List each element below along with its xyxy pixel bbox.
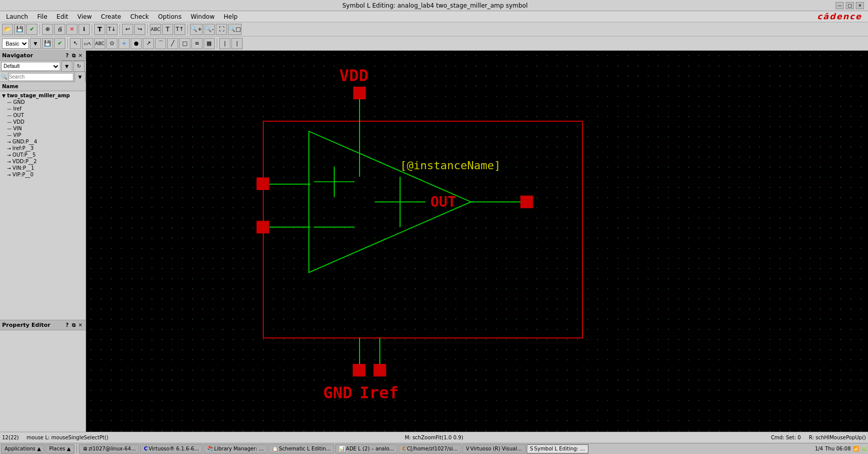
close-button[interactable]: ✕ bbox=[856, 2, 864, 9]
view-select[interactable]: Basic bbox=[2, 39, 29, 49]
tb2-grid-btn[interactable]: ▦ bbox=[204, 38, 215, 49]
search-dropdown-btn[interactable]: ▼ bbox=[74, 71, 86, 83]
task-symbol[interactable]: S Symbol L Editing: ... bbox=[527, 444, 588, 453]
tree-item-vin[interactable]: — VIN bbox=[0, 125, 86, 132]
menu-check[interactable]: Check bbox=[126, 12, 153, 21]
tree-vinp1-label: VIN:P__1 bbox=[13, 165, 34, 171]
tree-item-root[interactable]: ▼ two_stage_miller_amp bbox=[0, 92, 86, 99]
zoom-in-button[interactable]: 🔍+ bbox=[190, 24, 203, 35]
menu-file[interactable]: File bbox=[33, 12, 51, 21]
check-button[interactable]: ✔ bbox=[26, 24, 37, 35]
zoom-area-button[interactable]: 🔍□ bbox=[228, 24, 241, 35]
prop-close-icon[interactable]: ✕ bbox=[77, 322, 84, 329]
nav-dropdown-btn[interactable]: ▼ bbox=[61, 61, 72, 72]
zoom-out-button[interactable]: 🔍- bbox=[204, 24, 215, 35]
places-button[interactable]: Places ▲ bbox=[46, 444, 74, 453]
tb2-cross-btn[interactable]: + bbox=[119, 38, 130, 49]
menu-help[interactable]: Help bbox=[220, 12, 242, 21]
tb2-save-btn[interactable]: 💾 bbox=[42, 38, 53, 49]
nav-refresh-btn[interactable]: ↻ bbox=[73, 61, 85, 72]
page-indicator: 1/4 bbox=[815, 446, 823, 451]
navigator-header: Navigator ? ⧉ ✕ bbox=[0, 51, 86, 61]
text-down-button[interactable]: T↓ bbox=[106, 24, 117, 35]
svg-rect-15 bbox=[257, 178, 269, 190]
abc-button[interactable]: ABC bbox=[150, 24, 161, 35]
label-up-button[interactable]: T↑ bbox=[174, 24, 185, 35]
menu-edit[interactable]: Edit bbox=[53, 12, 72, 21]
menu-options[interactable]: Options bbox=[154, 12, 185, 21]
tree-item-outp5[interactable]: → OUT:P__5 bbox=[0, 152, 86, 158]
svg-rect-16 bbox=[257, 221, 269, 233]
applications-button[interactable]: Applications ▲ bbox=[1, 444, 45, 453]
task-home[interactable]: C C[/home/zl1027/si... bbox=[399, 444, 461, 453]
navigator-default-select[interactable]: Default bbox=[1, 62, 60, 71]
tree-item-vinp1[interactable]: → VIN:P__1 bbox=[0, 165, 86, 171]
task-schematic[interactable]: 📋 Schematic L Editin... bbox=[268, 444, 334, 453]
tb2-extra1-btn[interactable]: | bbox=[219, 38, 230, 49]
tb2-abc-btn[interactable]: ABC bbox=[94, 38, 105, 49]
title-bar: Symbol L Editing: analog_lab4 two_stage_… bbox=[0, 0, 868, 11]
plus-button[interactable]: ⊕ bbox=[42, 24, 53, 35]
text-button[interactable]: T bbox=[94, 24, 105, 35]
select-btn[interactable]: ↖ bbox=[70, 38, 81, 49]
tb2-multiline-btn[interactable]: ≡ bbox=[191, 38, 203, 49]
canvas-area[interactable]: OUT [@instanceName] VDD GND Iref bbox=[86, 51, 868, 432]
select-rect-btn[interactable]: ▭↖ bbox=[82, 38, 93, 49]
search-input[interactable] bbox=[8, 73, 73, 81]
left-panel: Navigator ? ⧉ ✕ Default ▼ ↻ 🔍 ▼ ⚙ Name bbox=[0, 51, 86, 432]
tree-item-out[interactable]: — OUT bbox=[0, 112, 86, 119]
task-virtuoso[interactable]: C Virtuoso® 6.1.6-6... bbox=[140, 444, 203, 453]
tree-item-vip[interactable]: — VIP bbox=[0, 132, 86, 138]
tree-item-vdd[interactable]: — VDD bbox=[0, 119, 86, 125]
tree-vin-label: VIN bbox=[13, 126, 22, 131]
label-button[interactable]: T bbox=[162, 24, 173, 35]
tb2-line-btn[interactable]: ╱ bbox=[167, 38, 178, 49]
status-bar: 12(22) mouse L: mouseSingleSelectPt() M:… bbox=[0, 432, 868, 443]
minimize-button[interactable]: — bbox=[836, 2, 844, 9]
save-button[interactable]: 💾 bbox=[14, 24, 25, 35]
tree-item-gndp4[interactable]: → GND:P__4 bbox=[0, 138, 86, 145]
tree-item-gnd[interactable]: — GND bbox=[0, 99, 86, 105]
tb2-circle-btn[interactable]: ⊙ bbox=[106, 38, 117, 49]
prop-help-icon[interactable]: ? bbox=[65, 322, 70, 329]
nav-help-icon[interactable]: ? bbox=[65, 52, 70, 59]
maximize-button[interactable]: □ bbox=[846, 2, 854, 9]
print-button[interactable]: 🖨 bbox=[54, 24, 65, 35]
tree-leaf-icon3: — bbox=[7, 113, 12, 118]
tree-leaf-icon2: — bbox=[7, 106, 12, 111]
nav-float-icon[interactable]: ⧉ bbox=[71, 52, 76, 59]
tb2-extra2-btn[interactable]: | bbox=[231, 38, 243, 49]
cmd-status: Cmd: Set: 0 bbox=[771, 435, 801, 440]
window-controls[interactable]: — □ ✕ bbox=[836, 2, 864, 9]
menu-create[interactable]: Create bbox=[97, 12, 125, 21]
right-status: R: schHIMousePopUp() bbox=[809, 435, 866, 440]
tb2-arc-btn[interactable]: ↗ bbox=[143, 38, 154, 49]
task-ade[interactable]: 📊 ADE L (2) – analo... bbox=[335, 444, 398, 453]
zoom-fit-button[interactable]: ⛶ bbox=[216, 24, 227, 35]
tb2-dot-btn[interactable]: ● bbox=[131, 38, 142, 49]
tb2-btn1[interactable]: ▼ bbox=[30, 38, 41, 49]
prop-float-icon[interactable]: ⧉ bbox=[71, 322, 76, 329]
tree-item-vddp2[interactable]: → VDD:P__2 bbox=[0, 158, 86, 165]
open-button[interactable]: 📂 bbox=[2, 24, 13, 35]
tree-item-iref[interactable]: — Iref bbox=[0, 105, 86, 112]
task-libmgr[interactable]: 📚 Library Manager: ... bbox=[204, 444, 267, 453]
tb2-rect-btn[interactable]: □ bbox=[179, 38, 190, 49]
undo-button[interactable]: ↩ bbox=[122, 24, 133, 35]
info-button[interactable]: ℹ bbox=[78, 24, 90, 35]
tree-root-label: two_stage_miller_amp bbox=[7, 93, 70, 98]
tree-gndp4-label: GND:P__4 bbox=[13, 139, 37, 144]
tree-item-irefp3[interactable]: → Iref:P__3 bbox=[0, 145, 86, 152]
redo-button[interactable]: ↪ bbox=[134, 24, 145, 35]
nav-close-icon[interactable]: ✕ bbox=[77, 52, 84, 59]
menu-window[interactable]: Window bbox=[186, 12, 218, 21]
tb2-check-btn[interactable]: ✔ bbox=[54, 38, 65, 49]
tree-item-vipp0[interactable]: → VIP:P__0 bbox=[0, 171, 86, 178]
menu-launch[interactable]: Launch bbox=[2, 12, 32, 21]
tree-leaf-icon: — bbox=[7, 100, 12, 105]
cancel-button[interactable]: ✕ bbox=[66, 24, 77, 35]
task-visual[interactable]: V Virtuoso (R) Visual... bbox=[462, 444, 526, 453]
task-terminal[interactable]: 🖥 zl1027@linux-64... bbox=[79, 444, 140, 453]
tb2-curve-btn[interactable]: ⌒ bbox=[155, 38, 166, 49]
menu-view[interactable]: View bbox=[73, 12, 96, 21]
